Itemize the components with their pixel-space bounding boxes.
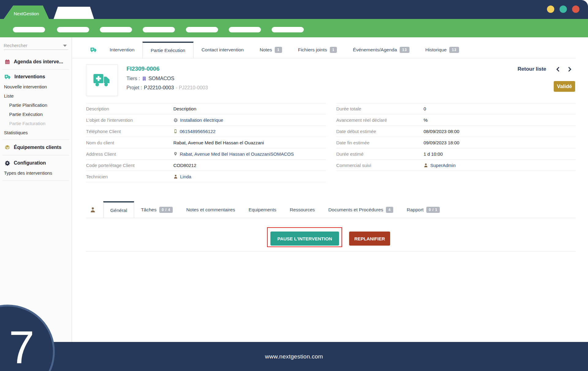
chevron-right-icon[interactable] bbox=[567, 66, 572, 72]
sidebar-item-label: Types des interventions bbox=[4, 170, 52, 176]
window-minimize-dot[interactable] bbox=[547, 6, 554, 13]
row-value-text: Rabat, Avenue Med Bel Hassan el Ouazzani… bbox=[180, 151, 294, 157]
sidebar-item-liste[interactable]: Liste bbox=[0, 91, 72, 100]
tab-rapport[interactable]: Rapport 0 / 1 bbox=[400, 201, 447, 218]
sidebar-item-partie-execution[interactable]: Partie Exécution bbox=[0, 109, 72, 119]
tab-notes[interactable]: Notes 1 bbox=[252, 42, 290, 58]
tab-partie-execution[interactable]: Partie Exécution bbox=[142, 42, 194, 58]
table-row: Nom du client Rabat, Avenue Med Bel Hass… bbox=[86, 137, 326, 148]
tiers-value-link[interactable]: SOMACOS bbox=[149, 76, 174, 81]
sidebar-item-statistiques[interactable]: Statistiques bbox=[0, 128, 72, 137]
divider bbox=[86, 218, 576, 218]
divider bbox=[2, 139, 69, 140]
sidebar-item-label: Partie Planification bbox=[9, 102, 47, 108]
table-row: Technicien Linda bbox=[86, 171, 326, 182]
tab-count-badge: 1 bbox=[275, 47, 282, 53]
tab-intervention[interactable]: Intervention bbox=[102, 42, 142, 58]
person-icon bbox=[90, 201, 96, 218]
sidebar-item-label: Statistiques bbox=[4, 130, 28, 135]
projet-value-link[interactable]: PJ2210-0003 bbox=[144, 85, 174, 91]
row-value[interactable]: Rabat, Avenue Med Bel Hassan el Ouazzani… bbox=[173, 151, 294, 157]
record-reference[interactable]: FI2309-0006 bbox=[126, 65, 208, 72]
replanifier-button[interactable]: REPLANIFIER bbox=[349, 232, 390, 246]
row-value: 09/09/2023 18:00 bbox=[424, 140, 459, 145]
table-row: Code porte/étage Client COD80212 bbox=[86, 160, 326, 171]
row-label: Durée estimé bbox=[336, 151, 424, 157]
sidebar-item-nouvelle-intervention[interactable]: Nouvelle intervention bbox=[0, 82, 72, 91]
window-close-dot[interactable] bbox=[572, 6, 579, 13]
table-row: Date fin estimée 09/09/2023 18:00 bbox=[336, 137, 576, 148]
row-label: Avancement réel déclaré bbox=[336, 117, 424, 123]
tab-equipements[interactable]: Equipements bbox=[242, 201, 283, 218]
tab-ressources[interactable]: Ressources bbox=[283, 201, 322, 218]
nav-pill[interactable] bbox=[57, 27, 89, 32]
retour-liste-link[interactable]: Retour liste bbox=[518, 66, 546, 72]
row-value[interactable]: 06154895656122 bbox=[173, 129, 216, 134]
gear-icon bbox=[173, 118, 178, 122]
building-icon bbox=[142, 76, 147, 81]
tab-label: Intervention bbox=[110, 47, 134, 53]
tab-historique[interactable]: Historique 13 bbox=[417, 42, 467, 58]
sidebar-item-interventions[interactable]: Interventions bbox=[0, 72, 72, 82]
row-value: 1 d 10:00 bbox=[424, 151, 443, 157]
brand-tab[interactable]: NextGestion bbox=[4, 6, 49, 19]
tab-documents-procedures[interactable]: Documents et Procédures 4 bbox=[322, 201, 400, 218]
row-value[interactable]: SuperAdmin bbox=[424, 163, 456, 168]
window-maximize-dot[interactable] bbox=[560, 6, 567, 13]
pause-intervention-button[interactable]: PAUSE L'INTERVENTION bbox=[270, 232, 339, 246]
sidebar-item-equipements-clients[interactable]: Équipements clients bbox=[0, 142, 72, 153]
row-value: 0 bbox=[424, 106, 426, 111]
details-table-right: Durée totale 0 Avancement réel déclaré %… bbox=[336, 103, 576, 171]
top-nav-bar bbox=[0, 19, 588, 37]
tab-evenements-agenda[interactable]: Événements/Agenda 13 bbox=[345, 42, 417, 58]
tab-label: Contact intervention bbox=[202, 47, 244, 53]
row-value-text: Linda bbox=[180, 174, 191, 179]
row-label: Address Client bbox=[86, 151, 173, 157]
nav-pill[interactable] bbox=[229, 27, 261, 32]
tab-general[interactable]: Général bbox=[103, 201, 134, 218]
sidebar-item-agenda[interactable]: Agenda des interve... bbox=[0, 57, 72, 67]
tab-count-badge: 0 / 4 bbox=[159, 207, 173, 213]
sidebar-item-label: Partie Facturation bbox=[9, 121, 45, 126]
tab-taches[interactable]: Tâches 0 / 4 bbox=[134, 201, 179, 218]
details-table-left: Description Description L'objet de l'int… bbox=[86, 103, 326, 182]
footer-url: www.nextgestion.com bbox=[265, 353, 323, 360]
tab-label: Partie Exécution bbox=[151, 48, 185, 53]
row-value: % bbox=[424, 117, 428, 123]
search-input[interactable] bbox=[4, 41, 68, 50]
sidebar-item-configuration[interactable]: Configuration bbox=[0, 158, 72, 168]
tab-label: Equipements bbox=[249, 207, 276, 213]
tab-label: Historique bbox=[425, 47, 447, 53]
row-value[interactable]: Installation électrique bbox=[173, 117, 223, 123]
section-tabs: Général Tâches 0 / 4 Notes et commentair… bbox=[86, 201, 447, 218]
nav-pill[interactable] bbox=[13, 27, 45, 32]
divider bbox=[72, 58, 576, 58]
nav-pill[interactable] bbox=[100, 27, 132, 32]
sidebar-item-types-interventions[interactable]: Types des interventions bbox=[0, 168, 72, 177]
chevron-left-icon[interactable] bbox=[555, 66, 561, 72]
record-tabs: Intervention Partie Exécution Contact in… bbox=[86, 42, 467, 58]
chevron-down-icon[interactable] bbox=[63, 45, 67, 47]
tab-contact-intervention[interactable]: Contact intervention bbox=[194, 42, 252, 58]
projet-line: Projet : PJ2210-0003 - PJ2210-0003 bbox=[126, 85, 208, 91]
nav-pill[interactable] bbox=[186, 27, 218, 32]
tab-label: Tâches bbox=[141, 207, 156, 213]
record-pager bbox=[555, 66, 572, 72]
row-value: Description bbox=[173, 106, 196, 111]
row-value[interactable]: Linda bbox=[173, 174, 191, 179]
tab-label: Fichiers joints bbox=[298, 47, 327, 53]
nav-pill[interactable] bbox=[272, 27, 304, 32]
tab-count-badge: 13 bbox=[400, 47, 409, 53]
tab-count-badge: 1 bbox=[330, 47, 337, 53]
row-label: Date fin estimée bbox=[336, 140, 424, 145]
active-page-tab[interactable] bbox=[49, 7, 94, 19]
tab-notes-commentaires[interactable]: Notes et commentaires bbox=[179, 201, 242, 218]
tab-fichiers-joints[interactable]: Fichiers joints 1 bbox=[290, 42, 345, 58]
truck-icon bbox=[86, 42, 97, 58]
table-row: Address Client Rabat, Avenue Med Bel Has… bbox=[86, 148, 326, 160]
nav-pill[interactable] bbox=[143, 27, 175, 32]
sidebar-item-partie-planification[interactable]: Partie Planification bbox=[0, 100, 72, 109]
tab-label: Notes bbox=[260, 47, 272, 53]
divider bbox=[2, 69, 69, 70]
footer: www.nextgestion.com bbox=[0, 342, 588, 371]
